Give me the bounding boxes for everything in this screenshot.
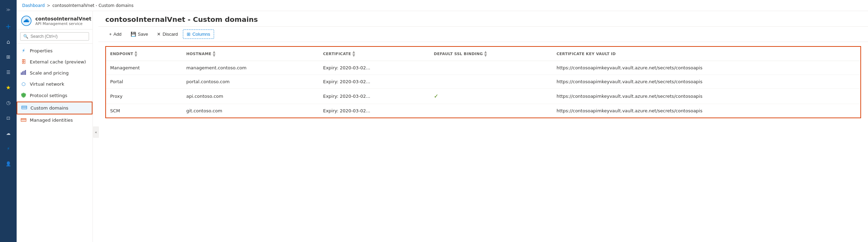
table-row: Managementmanagement.contoso.comExpiry: … <box>106 61 861 75</box>
table-area: ENDPOINT ▲▼ HOSTNAME ▲▼ <box>98 42 868 242</box>
col-header-endpoint[interactable]: ENDPOINT ▲▼ <box>106 46 182 61</box>
cell-default_ssl: ✓ <box>429 89 552 104</box>
discard-label: Discard <box>162 32 178 37</box>
sort-icon-endpoint: ▲▼ <box>134 50 137 57</box>
cell-certificate: Expiry: 2020-03-02... <box>319 61 430 75</box>
sidebar-wrapper: contosoInternalVnet API Management servi… <box>17 11 98 242</box>
recent-button[interactable]: ◷ <box>1 96 15 110</box>
cloud-button[interactable]: ☁ <box>1 126 15 140</box>
content-area: contosoInternalVnet API Management servi… <box>17 11 868 242</box>
cell-hostname: git.contoso.com <box>182 104 319 118</box>
cell-certificate: Expiry: 2020-03-02... <box>319 75 430 89</box>
collapse-sidebar-button[interactable]: ≫ <box>1 3 15 17</box>
cell-endpoint: Proxy <box>106 89 182 104</box>
col-header-certificate[interactable]: CERTIFICATE ▲▼ <box>319 46 430 61</box>
sort-icon-hostname: ▲▼ <box>213 50 215 57</box>
lightning-button[interactable]: ⚡ <box>1 141 15 155</box>
cell-cert_vault_id: https://contosoapimkeyvault.vault.azure.… <box>552 61 861 75</box>
dashboard-button[interactable]: ⊞ <box>1 50 15 64</box>
page-title: contosoInternalVnet - Custom domains <box>105 15 861 24</box>
search-input[interactable] <box>30 34 86 39</box>
sort-icon-ssl: ▲▼ <box>484 50 487 57</box>
cell-hostname: portal.contoso.com <box>182 75 319 89</box>
favorites-button[interactable]: ★ <box>1 80 15 94</box>
table-row: Portalportal.contoso.comExpiry: 2020-03-… <box>106 75 861 89</box>
sidebar-item-properties[interactable]: ⚡ Properties <box>17 45 92 56</box>
columns-button[interactable]: ⊞ Columns <box>183 29 214 39</box>
svg-rect-1 <box>21 72 22 75</box>
sidebar-item-virtual-network[interactable]: ⬡ Virtual network <box>17 79 92 89</box>
columns-icon: ⊞ <box>187 32 191 37</box>
page-content: contosoInternalVnet - Custom domains + A… <box>98 11 868 242</box>
home-button[interactable]: ⌂ <box>1 35 15 49</box>
breadcrumb-separator: > <box>47 3 50 8</box>
table-header-row: ENDPOINT ▲▼ HOSTNAME ▲▼ <box>106 46 861 61</box>
protocol-settings-icon <box>21 92 26 99</box>
svg-rect-3 <box>24 71 25 75</box>
save-label: Save <box>138 32 148 37</box>
sidebar-item-scale-pricing[interactable]: Scale and pricing <box>17 67 92 79</box>
table-body: Managementmanagement.contoso.comExpiry: … <box>106 61 861 118</box>
svg-rect-10 <box>21 119 26 120</box>
main-container: Dashboard > contosoInternalVnet - Custom… <box>17 0 868 242</box>
col-header-hostname[interactable]: HOSTNAME ▲▼ <box>182 46 319 61</box>
custom-domains-icon <box>21 105 27 111</box>
sidebar-service-type: API Management service <box>35 21 91 26</box>
plus-icon: + <box>109 32 112 37</box>
cell-default_ssl <box>429 61 552 75</box>
col-header-default-ssl[interactable]: DEFAULT SSL BINDING ▲▼ <box>429 46 552 61</box>
sidebar-item-label: External cache (preview) <box>30 59 86 64</box>
create-resource-button[interactable]: + <box>1 19 15 33</box>
sidebar-item-label: Properties <box>30 48 53 53</box>
breadcrumb-dashboard-link[interactable]: Dashboard <box>22 3 45 8</box>
properties-icon: ⚡ <box>21 48 26 53</box>
svg-rect-7 <box>21 107 27 107</box>
ssl-check-icon: ✓ <box>434 93 438 100</box>
sidebar-item-custom-domains[interactable]: Custom domains <box>17 102 92 114</box>
sidebar-title-block: contosoInternalVnet API Management servi… <box>35 16 91 26</box>
svg-rect-4 <box>25 70 26 75</box>
col-header-cert-vault-id[interactable]: CERTIFICATE KEY VAULT ID <box>552 46 861 61</box>
columns-label: Columns <box>192 32 210 37</box>
sidebar-item-external-cache[interactable]: 🗄 External cache (preview) <box>17 56 92 67</box>
add-button[interactable]: + Add <box>105 29 125 39</box>
sidebar-item-managed-identities[interactable]: Managed identities <box>17 114 92 126</box>
sidebar-service-name: contosoInternalVnet <box>35 16 91 21</box>
table-row: SCMgit.contoso.comExpiry: 2020-03-02...h… <box>106 104 861 118</box>
breadcrumb-current-page: contosoInternalVnet - Custom domains <box>52 3 133 8</box>
virtual-network-icon: ⬡ <box>21 81 26 87</box>
cell-cert_vault_id: https://contosoapimkeyvault.vault.azure.… <box>552 75 861 89</box>
sidebar-header: contosoInternalVnet API Management servi… <box>17 11 92 29</box>
scale-pricing-icon <box>21 70 26 76</box>
people-button[interactable]: 👤 <box>1 157 15 171</box>
search-box: 🔍 <box>20 32 89 41</box>
external-cache-icon: 🗄 <box>21 59 26 64</box>
sidebar-item-label: Scale and pricing <box>30 70 69 76</box>
sidebar-collapse-button[interactable]: « <box>93 127 99 138</box>
icon-bar: ≫ + ⌂ ⊞ ☰ ★ ◷ ⊡ ☁ ⚡ 👤 <box>0 0 17 242</box>
page-header: contosoInternalVnet - Custom domains <box>98 11 868 27</box>
sidebar-search-container: 🔍 <box>17 29 92 44</box>
sidebar-item-label: Managed identities <box>30 118 73 123</box>
cell-hostname: api.contoso.com <box>182 89 319 104</box>
cell-endpoint: Portal <box>106 75 182 89</box>
cell-cert_vault_id: https://contosoapimkeyvault.vault.azure.… <box>552 104 861 118</box>
custom-domains-table: ENDPOINT ▲▼ HOSTNAME ▲▼ <box>105 46 861 118</box>
sidebar-item-label: Custom domains <box>30 105 68 111</box>
service-icon <box>21 15 32 26</box>
cell-endpoint: SCM <box>106 104 182 118</box>
sidebar-item-protocol-settings[interactable]: Protocol settings <box>17 89 92 102</box>
cell-cert_vault_id: https://contosoapimkeyvault.vault.azure.… <box>552 89 861 104</box>
save-icon: 💾 <box>131 32 136 37</box>
cell-endpoint: Management <box>106 61 182 75</box>
resources-grid-button[interactable]: ⊡ <box>1 111 15 125</box>
discard-icon: ✕ <box>157 32 161 37</box>
discard-button[interactable]: ✕ Discard <box>153 29 181 39</box>
managed-identities-icon <box>21 117 26 123</box>
save-button[interactable]: 💾 Save <box>127 29 152 39</box>
sidebar-item-label: Protocol settings <box>30 93 67 98</box>
sort-icon-certificate: ▲▼ <box>353 50 355 57</box>
all-resources-button[interactable]: ☰ <box>1 65 15 79</box>
cell-hostname: management.contoso.com <box>182 61 319 75</box>
toolbar: + Add 💾 Save ✕ Discard ⊞ Columns <box>98 27 868 42</box>
